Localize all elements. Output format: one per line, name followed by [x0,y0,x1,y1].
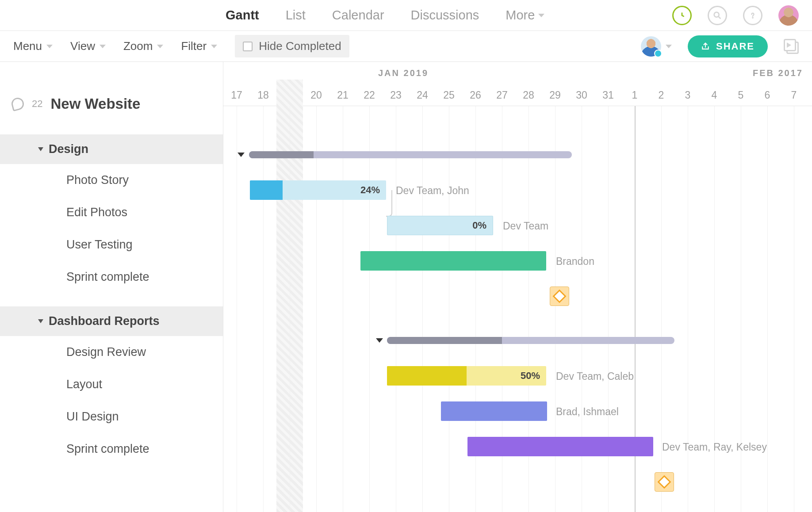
tab-calendar[interactable]: Calendar [332,8,384,23]
hide-completed-label: Hide Completed [259,39,341,53]
share-button[interactable]: SHARE [688,35,768,57]
timeline-header: JAN 2019 FEB 2017 1718192021222324252627… [223,62,812,106]
day-column: 6 [754,89,781,101]
chevron-down-icon [538,14,544,17]
day-column: 22 [356,89,383,101]
main-area: 22 New Website Design Photo Story Edit P… [0,62,812,512]
milestone-sprint-complete[interactable] [655,472,674,492]
day-column: 17 [223,89,250,101]
menu-label: Menu [13,39,42,53]
current-user-avatar[interactable] [778,5,799,26]
day-column: 30 [568,89,595,101]
day-column: 7 [781,89,807,101]
task-row[interactable]: Design Review [0,336,223,368]
help-icon[interactable] [743,6,762,25]
search-icon[interactable] [708,6,727,25]
tab-gantt[interactable]: Gantt [226,8,259,23]
project-owner-chip[interactable] [641,36,672,57]
task-bar-photo-story[interactable]: 24% [250,180,386,200]
day-column: 28 [515,89,542,101]
assignee-label: Dev Team, John [396,185,469,197]
task-bar-design-review[interactable]: 50% [387,366,546,386]
day-column: 21 [329,89,356,101]
day-column: 31 [595,89,621,101]
milestone-sprint-complete[interactable] [550,287,569,306]
toolbar: Menu View Zoom Filter Hide Completed SHA… [0,31,812,62]
day-column: 1 [621,89,648,101]
day-column: 5 [728,89,754,101]
svg-point-1 [752,17,753,18]
day-column: 2 [648,89,674,101]
clock-icon[interactable] [672,6,692,25]
gantt-chart[interactable]: JAN 2019 FEB 2017 1718192021222324252627… [223,62,812,512]
tab-discussions[interactable]: Discussions [411,8,479,23]
day-column: 27 [489,89,515,101]
day-column: 26 [462,89,489,101]
share-icon [701,42,710,51]
summary-bar-design[interactable] [249,151,572,158]
assignee-label: Dev Team, Ray, Kelsey [662,441,767,453]
menu-dropdown[interactable]: Menu [13,39,53,53]
chevron-down-icon [38,147,43,151]
view-tabs-bar: Gantt List Calendar Discussions More [0,0,812,31]
chevron-down-icon [157,45,163,48]
group-design[interactable]: Design [0,134,223,164]
chevron-down-icon [211,45,217,48]
group-label: Dashboard Reports [49,314,160,328]
task-row[interactable]: User Testing [0,229,223,261]
comment-icon [10,96,25,111]
task-row[interactable]: UI Design [0,401,223,433]
assignee-label: Brandon [556,256,594,267]
chevron-down-icon [46,45,53,48]
task-row[interactable]: Edit Photos [0,196,223,229]
month-label: JAN 2019 [378,68,429,78]
zoom-dropdown[interactable]: Zoom [123,39,163,53]
svg-point-0 [714,12,719,17]
chevron-down-icon [100,45,106,48]
assignee-label: Brad, Ishmael [556,406,619,418]
chevron-down-icon [666,45,672,48]
filter-label: Filter [181,39,207,53]
task-bar-layout[interactable] [441,401,547,421]
day-column: 4 [701,89,728,101]
day-column: 20 [303,89,329,101]
assignee-label: Dev Team [503,220,548,232]
group-dashboard-reports[interactable]: Dashboard Reports [0,306,223,336]
task-bar-ui-design[interactable] [467,437,653,456]
presentation-icon[interactable] [784,39,799,54]
progress-label: 24% [360,184,380,196]
task-bar-user-testing[interactable] [360,251,546,271]
checkbox-icon [243,42,253,51]
project-header[interactable]: 22 New Website [0,87,223,121]
task-row[interactable]: Sprint complete [0,261,223,293]
collapse-icon[interactable] [376,338,383,343]
group-label: Design [49,142,88,156]
share-label: SHARE [716,41,755,52]
task-row[interactable]: Photo Story [0,164,223,196]
project-title: New Website [50,96,140,112]
task-sidebar: 22 New Website Design Photo Story Edit P… [0,62,223,512]
tab-more[interactable]: More [506,8,544,23]
view-dropdown[interactable]: View [70,39,106,53]
progress-label: 50% [521,370,540,382]
filter-dropdown[interactable]: Filter [181,39,217,53]
assignee-label: Dev Team, Caleb [556,371,634,382]
day-column: 18 [250,89,276,101]
day-column: 3 [674,89,701,101]
month-label: FEB 2017 [753,68,803,78]
task-bar-edit-photos[interactable]: 0% [387,216,493,235]
tab-list[interactable]: List [286,8,306,23]
task-row[interactable]: Layout [0,368,223,401]
progress-label: 0% [472,220,486,231]
task-row[interactable]: Sprint complete [0,433,223,465]
summary-bar-dashboard[interactable] [387,337,674,344]
day-column: 25 [436,89,462,101]
day-column: 29 [542,89,568,101]
collapse-icon[interactable] [237,153,245,157]
view-label: View [70,39,95,53]
day-column: 23 [383,89,409,101]
chevron-down-icon [38,319,43,323]
day-column: 24 [409,89,436,101]
tab-more-label: More [506,8,535,23]
hide-completed-toggle[interactable]: Hide Completed [235,35,349,57]
